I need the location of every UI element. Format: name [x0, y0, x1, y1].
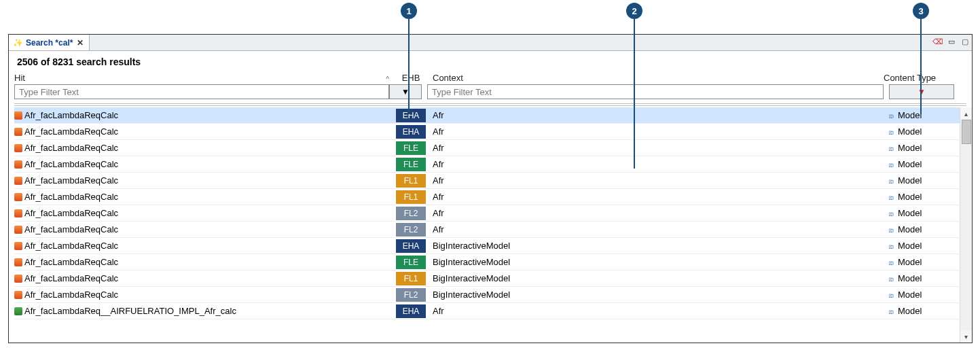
hit-text: Afr_facLambdaReqCalc	[24, 224, 118, 234]
cell-ehb: FL1	[395, 272, 427, 285]
content-type-text: Model	[898, 159, 922, 169]
minimize-view-button[interactable]: ▭	[946, 36, 957, 47]
table-row[interactable]: Afr_facLambdaReqCalcFL1Afr⎄Model	[14, 173, 960, 189]
cell-hit: Afr_facLambdaReq__AIRFUELRATIO_IMPL_Afr_…	[14, 306, 395, 316]
tab-title: Search *cal*	[26, 38, 73, 48]
scroll-down-button[interactable]: ▾	[960, 330, 972, 343]
search-tab-icon: ✨	[13, 38, 23, 48]
cell-ehb: FL2	[395, 207, 427, 220]
element-orange-icon	[14, 177, 22, 185]
cell-content-type: ⎄Model	[889, 257, 960, 267]
filter-ehb-button[interactable]: ▼	[389, 84, 422, 99]
ehb-tag: FLE	[396, 141, 426, 155]
cell-context: BigInteractiveModel	[427, 241, 889, 251]
separator	[14, 103, 966, 106]
element-orange-icon	[14, 242, 22, 250]
content-type-text: Model	[898, 110, 922, 120]
model-icon: ⎄	[889, 274, 894, 283]
table-row[interactable]: Afr_facLambdaReqCalcEHAAfr⎄Model	[14, 124, 960, 140]
hit-text: Afr_facLambdaReqCalc	[24, 290, 118, 300]
content-type-text: Model	[898, 143, 922, 153]
table-row[interactable]: Afr_facLambdaReqCalcFL2BigInteractiveMod…	[14, 287, 960, 303]
column-header-hit[interactable]: Hit ^	[14, 73, 395, 83]
table-row[interactable]: Afr_facLambdaReqCalcFL2Afr⎄Model	[14, 205, 960, 222]
element-orange-icon	[14, 226, 22, 234]
cell-context: Afr	[427, 208, 889, 218]
ehb-tag: EHA	[396, 125, 426, 139]
cell-hit: Afr_facLambdaReqCalc	[14, 273, 395, 283]
element-orange-icon	[14, 111, 22, 120]
filter-hit-input[interactable]	[14, 84, 389, 99]
cell-ehb: FL2	[395, 223, 427, 237]
column-header-ehb[interactable]: EHB	[395, 73, 427, 83]
hit-text: Afr_facLambdaReqCalc	[24, 273, 118, 283]
cell-context: Afr	[427, 126, 889, 137]
tab-search[interactable]: ✨ Search *cal* ✕	[9, 35, 90, 50]
table-row[interactable]: Afr_facLambdaReqCalcFL1BigInteractiveMod…	[14, 270, 960, 287]
maximize-view-button[interactable]: ▢	[960, 36, 970, 47]
cell-context: Afr	[427, 175, 889, 186]
tab-close-button[interactable]: ✕	[75, 38, 85, 48]
cell-ehb: EHA	[395, 304, 427, 318]
callout-line-1	[408, 19, 410, 114]
cell-hit: Afr_facLambdaReqCalc	[14, 257, 395, 267]
clear-search-button[interactable]: ⌫	[932, 36, 943, 47]
content-type-text: Model	[898, 241, 922, 251]
element-orange-icon	[14, 291, 22, 299]
model-icon: ⎄	[889, 192, 894, 202]
cell-ehb: EHA	[395, 125, 427, 139]
table-row[interactable]: Afr_facLambdaReqCalcFLEAfr⎄Model	[14, 140, 960, 156]
cell-ehb: FLE	[395, 256, 427, 269]
results-table: Afr_facLambdaReqCalcEHAAfr⎄ModelAfr_facL…	[9, 107, 960, 343]
vertical-scrollbar[interactable]: ▴ ▾	[960, 107, 972, 343]
cell-context: Afr	[427, 143, 889, 153]
model-icon: ⎄	[889, 209, 894, 218]
table-row[interactable]: Afr_facLambdaReq__AIRFUELRATIO_IMPL_Afr_…	[14, 303, 960, 319]
filter-content-type-button[interactable]: ▼	[889, 84, 954, 99]
cell-ehb: EHA	[395, 239, 427, 253]
cell-content-type: ⎄Model	[889, 192, 960, 202]
content-type-text: Model	[898, 192, 922, 202]
ehb-tag: EHA	[396, 109, 426, 122]
content-type-text: Model	[898, 273, 922, 283]
filter-context-input[interactable]	[427, 84, 884, 99]
scroll-thumb[interactable]	[962, 120, 971, 144]
model-icon: ⎄	[889, 160, 894, 169]
callout-line-3	[920, 19, 922, 114]
column-header-context[interactable]: Context	[427, 73, 884, 83]
scroll-up-button[interactable]: ▴	[960, 107, 972, 120]
hit-text: Afr_facLambdaReqCalc	[24, 159, 118, 169]
cell-context: Afr	[427, 192, 889, 202]
model-icon: ⎄	[889, 143, 894, 153]
table-row[interactable]: Afr_facLambdaReqCalcFLEAfr⎄Model	[14, 156, 960, 173]
model-icon: ⎄	[889, 127, 894, 137]
cell-context: Afr	[427, 224, 889, 234]
column-headers: Hit ^ EHB Context Content Type	[9, 73, 972, 83]
element-orange-icon	[14, 258, 22, 266]
table-row[interactable]: Afr_facLambdaReqCalcEHAAfr⎄Model	[14, 107, 960, 124]
table-row[interactable]: Afr_facLambdaReqCalcEHABigInteractiveMod…	[14, 238, 960, 254]
cell-content-type: ⎄Model	[889, 290, 960, 300]
model-icon: ⎄	[889, 307, 894, 316]
cell-content-type: ⎄Model	[889, 241, 960, 251]
element-orange-icon	[14, 193, 22, 201]
hit-text: Afr_facLambdaReq__AIRFUELRATIO_IMPL_Afr_…	[24, 306, 236, 316]
cell-context: Afr	[427, 110, 889, 120]
hit-text: Afr_facLambdaReqCalc	[24, 110, 118, 120]
cell-hit: Afr_facLambdaReqCalc	[14, 126, 395, 137]
table-row[interactable]: Afr_facLambdaReqCalcFL2Afr⎄Model	[14, 222, 960, 238]
ehb-tag: FLE	[396, 158, 426, 171]
sort-ascending-icon: ^	[386, 75, 395, 83]
table-row[interactable]: Afr_facLambdaReqCalcFLEBigInteractiveMod…	[14, 254, 960, 270]
cell-context: Afr	[427, 306, 889, 316]
cell-content-type: ⎄Model	[889, 175, 960, 186]
cell-context: BigInteractiveModel	[427, 290, 889, 300]
table-row[interactable]: Afr_facLambdaReqCalcFL1Afr⎄Model	[14, 189, 960, 205]
element-orange-icon	[14, 144, 22, 152]
content-type-text: Model	[898, 208, 922, 218]
cell-hit: Afr_facLambdaReqCalc	[14, 290, 395, 300]
cell-content-type: ⎄Model	[889, 159, 960, 169]
column-header-content-type[interactable]: Content Type	[884, 73, 954, 83]
content-type-text: Model	[898, 126, 922, 137]
hit-text: Afr_facLambdaReqCalc	[24, 241, 118, 251]
